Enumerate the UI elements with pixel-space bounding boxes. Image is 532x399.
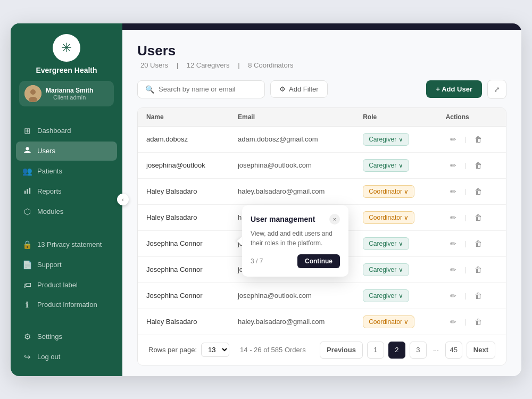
cell-actions: ✏ | 🗑 <box>437 152 506 178</box>
delete-icon[interactable]: 🗑 <box>471 184 486 199</box>
cell-email: josephina@outlook.com <box>229 152 354 178</box>
sidebar-item-label: Product information <box>37 301 97 309</box>
page-3-button[interactable]: 3 <box>410 342 427 359</box>
delete-icon[interactable]: 🗑 <box>471 288 486 303</box>
sidebar-item-label: Log out <box>37 353 60 361</box>
sidebar-item-reports[interactable]: Reports <box>16 182 117 201</box>
table-row: adam.dobosz adam.dobosz@gmail.com Caregi… <box>138 126 506 152</box>
cell-name: adam.dobosz <box>138 126 229 152</box>
prev-button[interactable]: Previous <box>320 342 363 359</box>
cell-role: Caregiver ∨ <box>354 152 437 178</box>
sidebar-item-logout[interactable]: ↪ Log out <box>16 347 117 367</box>
cell-role: Caregiver ∨ <box>354 256 437 282</box>
delete-icon[interactable]: 🗑 <box>471 314 486 329</box>
search-icon: 🔍 <box>145 85 154 94</box>
sidebar-item-label: Product label <box>37 281 78 289</box>
table-row: Josephina Connor josephina@outlook.com C… <box>138 282 506 309</box>
edit-icon[interactable]: ✏ <box>446 314 461 329</box>
sidebar-item-dashboard[interactable]: ⊞ Dashboard <box>16 121 117 140</box>
role-badge[interactable]: Caregiver ∨ <box>363 289 409 302</box>
tooltip-close-button[interactable]: × <box>329 214 340 225</box>
sidebar-item-product-info[interactable]: ℹ Product information <box>16 295 117 314</box>
search-box[interactable]: 🔍 <box>137 80 265 98</box>
sidebar-collapse-button[interactable]: ‹ <box>117 194 129 205</box>
next-button[interactable]: Next <box>467 342 495 359</box>
sidebar-item-users[interactable]: Users <box>16 142 117 161</box>
page-2-button[interactable]: 2 <box>388 342 405 359</box>
sidebar-item-label: Users <box>37 147 55 155</box>
sidebar-item-label: Settings <box>37 332 62 340</box>
edit-icon[interactable]: ✏ <box>446 236 461 251</box>
delete-icon[interactable]: 🗑 <box>471 262 486 277</box>
sidebar-item-support[interactable]: 📄 Support <box>16 255 117 275</box>
cell-name: Haley Balsadaro <box>138 178 229 204</box>
col-email: Email <box>229 108 354 127</box>
patients-icon: 👥 <box>22 167 32 176</box>
sidebar-item-modules[interactable]: ⬡ Modules <box>16 202 117 221</box>
avatar <box>24 85 41 102</box>
user-profile[interactable]: Marianna Smith Client admin <box>19 81 114 106</box>
modules-icon: ⬡ <box>22 207 32 217</box>
main-nav: ⊞ Dashboard Users 👥 Patients Reports <box>11 115 122 327</box>
sidebar-bottom: ⚙ Settings ↪ Log out <box>11 327 122 368</box>
sidebar-item-privacy[interactable]: 🔒 13 Privacy statement <box>16 235 117 254</box>
sep1: | <box>177 61 178 69</box>
role-badge[interactable]: Caregiver ∨ <box>363 159 409 172</box>
edit-icon[interactable]: ✏ <box>446 158 461 173</box>
sidebar-item-label: Modules <box>37 207 63 215</box>
delete-icon[interactable]: 🗑 <box>471 158 486 173</box>
edit-icon[interactable]: ✏ <box>446 132 461 147</box>
expand-button[interactable]: ⤢ <box>487 80 506 99</box>
cell-name: Josephina Connor <box>138 230 229 256</box>
sidebar-item-label: 13 Privacy statement <box>37 240 102 248</box>
delete-icon[interactable]: 🗑 <box>471 236 486 251</box>
cell-name: josephina@outlook <box>138 152 229 178</box>
delete-icon[interactable]: 🗑 <box>471 210 486 225</box>
edit-icon[interactable]: ✏ <box>446 210 461 225</box>
sidebar-item-patients[interactable]: 👥 Patients <box>16 162 117 181</box>
edit-icon[interactable]: ✏ <box>446 262 461 277</box>
role-badge[interactable]: Coordinator ∨ <box>363 211 414 224</box>
edit-icon[interactable]: ✏ <box>446 288 461 303</box>
sidebar-item-label: Dashboard <box>37 127 71 135</box>
delete-icon[interactable]: 🗑 <box>471 132 486 147</box>
sidebar-header: ✳ Evergreen Health Marianna Smith Client… <box>11 23 122 115</box>
cell-actions: ✏ | 🗑 <box>437 256 506 282</box>
role-badge[interactable]: Caregiver ∨ <box>363 237 409 250</box>
sidebar-item-product-label[interactable]: 🏷 Product label <box>16 276 117 294</box>
role-badge[interactable]: Coordinator ∨ <box>363 315 414 328</box>
cell-actions: ✏ | 🗑 <box>437 178 506 204</box>
col-role: Role <box>354 108 437 127</box>
rows-per-page-select[interactable]: 13 25 50 <box>201 343 229 357</box>
role-badge[interactable]: Coordinator ∨ <box>363 185 414 198</box>
search-input[interactable] <box>159 85 257 93</box>
sidebar: ✳ Evergreen Health Marianna Smith Client… <box>11 23 122 376</box>
cell-email: haley.balsadaro@gmail.com <box>229 309 354 335</box>
cell-name: Josephina Connor <box>138 282 229 309</box>
role-badge[interactable]: Caregiver ∨ <box>363 263 409 276</box>
page-subtitle: 20 Users | 12 Caregivers | 8 Coordinator… <box>137 61 506 69</box>
pagination-bar: Rows per page: 13 25 50 14 - 26 of 585 O… <box>138 335 506 365</box>
cell-name: Josephina Connor <box>138 256 229 282</box>
privacy-icon: 🔒 <box>22 240 32 250</box>
sidebar-item-label: Support <box>37 261 62 269</box>
orders-info: 14 - 26 of 585 Orders <box>240 346 306 354</box>
page-last-button[interactable]: 45 <box>445 342 462 359</box>
cell-role: Caregiver ∨ <box>354 282 437 309</box>
tooltip-popup: User management × View, add and edit use… <box>242 205 348 277</box>
sidebar-item-settings[interactable]: ⚙ Settings <box>16 327 117 346</box>
page-1-button[interactable]: 1 <box>367 342 384 359</box>
cell-email: adam.dobosz@gmail.com <box>229 126 354 152</box>
product-label-icon: 🏷 <box>22 280 32 289</box>
edit-icon[interactable]: ✏ <box>446 184 461 199</box>
role-badge[interactable]: Caregiver ∨ <box>363 133 409 146</box>
table-row: josephina@outlook josephina@outlook.com … <box>138 152 506 178</box>
sidebar-item-label: Patients <box>37 167 62 175</box>
caregivers-count: 12 Caregivers <box>187 61 230 69</box>
cell-actions: ✏ | 🗑 <box>437 204 506 230</box>
add-user-button[interactable]: + Add User <box>426 80 482 98</box>
logout-icon: ↪ <box>22 352 32 362</box>
tooltip-continue-button[interactable]: Continue <box>297 254 340 268</box>
brand-logo: ✳ <box>53 34 80 62</box>
filter-button[interactable]: ⚙ Add Filter <box>270 80 328 98</box>
